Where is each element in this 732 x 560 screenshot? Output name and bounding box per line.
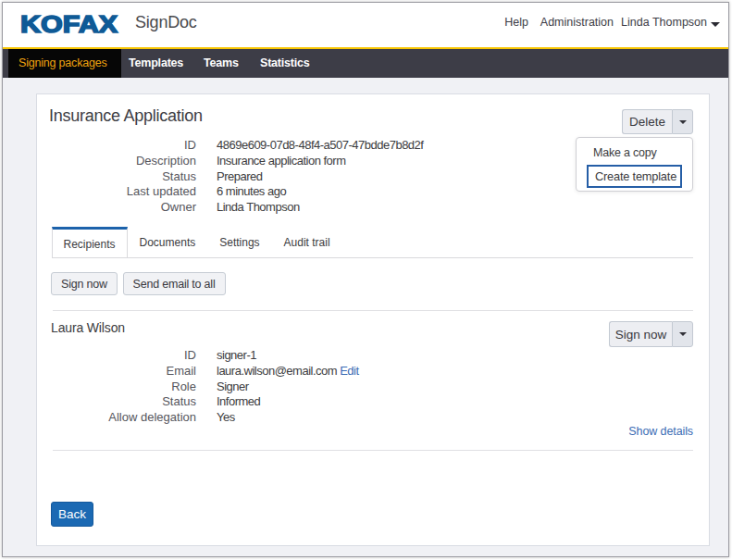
svg-text:KOFAX: KOFAX <box>20 11 118 37</box>
